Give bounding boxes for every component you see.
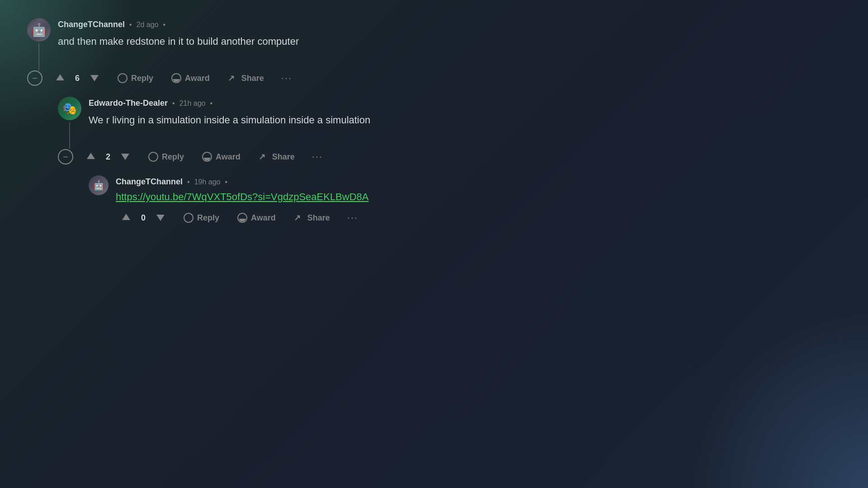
- comment3-timestamp: 19h ago: [194, 178, 221, 186]
- upvote-icon-2: [86, 152, 96, 162]
- comment2-header: Edwardo-The-Dealer • 21h ago •: [89, 99, 515, 108]
- reply-button-1[interactable]: Reply: [112, 70, 159, 86]
- more-button-3[interactable]: ···: [343, 210, 363, 225]
- share-icon-1: [228, 73, 238, 83]
- award-icon-2: [202, 152, 212, 162]
- downvote-button-1[interactable]: [84, 70, 105, 86]
- comment2-timestamp: 21h ago: [179, 99, 206, 108]
- collapse-button-2[interactable]: −: [58, 149, 73, 164]
- vote-section-1: 6: [50, 70, 105, 86]
- award-icon-1: [171, 73, 181, 83]
- comment1-username: ChangeTChannel: [58, 20, 125, 29]
- comment3-header: ChangeTChannel • 19h ago •: [116, 177, 515, 187]
- vote-section-3: 0: [116, 210, 171, 225]
- award-button-2[interactable]: Award: [197, 149, 246, 164]
- vote-count-2: 2: [106, 152, 110, 162]
- downvote-icon-2: [120, 152, 130, 162]
- comment2-username: Edwardo-The-Dealer: [89, 99, 168, 108]
- upvote-button-1[interactable]: [50, 70, 71, 86]
- downvote-button-2[interactable]: [115, 149, 136, 164]
- reply-icon-3: [184, 213, 193, 223]
- comment2-text: We r living in a simulation inside a sim…: [89, 113, 515, 127]
- vote-count-3: 0: [141, 213, 146, 223]
- share-icon-2: [259, 152, 269, 162]
- award-icon-3: [237, 213, 247, 223]
- upvote-icon-3: [121, 213, 131, 223]
- reply-button-2[interactable]: Reply: [143, 149, 189, 164]
- award-button-3[interactable]: Award: [232, 210, 281, 225]
- comment1-text: and then make redstone in it to build an…: [58, 34, 515, 49]
- avatar-changet-root: [27, 18, 51, 42]
- more-button-1[interactable]: ···: [277, 70, 297, 86]
- vote-count-1: 6: [75, 74, 80, 83]
- reply-button-3[interactable]: Reply: [178, 210, 225, 225]
- downvote-button-3[interactable]: [150, 210, 171, 225]
- comment3-username: ChangeTChannel: [116, 177, 183, 187]
- share-button-2[interactable]: Share: [253, 149, 300, 164]
- downvote-icon-3: [156, 213, 165, 223]
- share-button-1[interactable]: Share: [222, 70, 269, 86]
- share-button-3[interactable]: Share: [288, 210, 335, 225]
- comment1-timestamp: 2d ago: [137, 21, 159, 29]
- award-button-1[interactable]: Award: [166, 70, 215, 86]
- comment1-header: ChangeTChannel • 2d ago •: [58, 20, 515, 29]
- upvote-button-2[interactable]: [80, 149, 101, 164]
- upvote-icon-1: [55, 73, 65, 83]
- reply-icon-2: [148, 152, 158, 162]
- collapse-button-1[interactable]: −: [27, 70, 42, 86]
- upvote-button-3[interactable]: [116, 210, 137, 225]
- comment3-link[interactable]: https://youtu.be/7WqVXT5ofDs?si=VgdzpSea…: [116, 191, 368, 202]
- avatar-edwardo: [58, 97, 81, 120]
- downvote-icon-1: [90, 73, 99, 83]
- share-icon-3: [294, 213, 304, 223]
- reply-icon-1: [118, 73, 127, 83]
- vote-section-2: 2: [80, 149, 136, 164]
- avatar-changet-reply: 🤖: [89, 175, 108, 195]
- more-button-2[interactable]: ···: [307, 149, 327, 164]
